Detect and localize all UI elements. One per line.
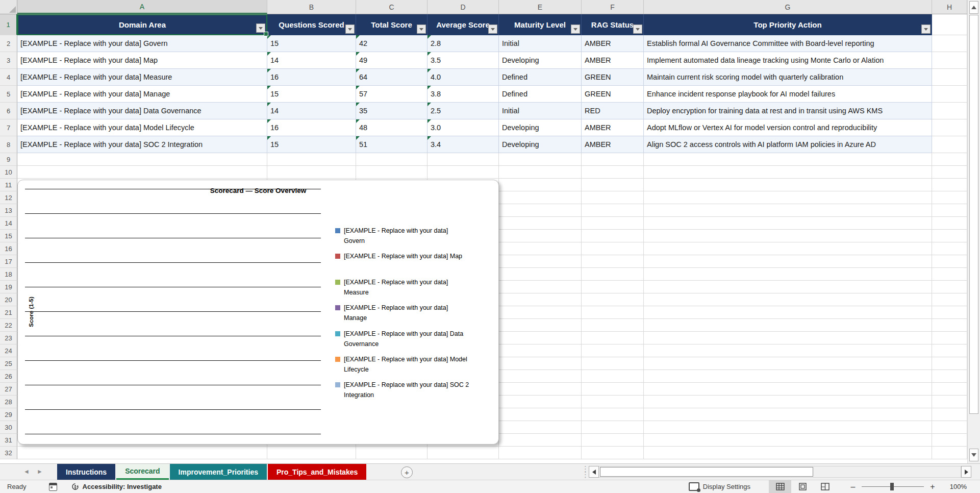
cell-C9[interactable] — [356, 153, 428, 166]
cell-F13[interactable] — [582, 204, 644, 217]
cell-C10[interactable] — [356, 166, 428, 179]
cell-H8[interactable] — [932, 136, 967, 153]
row-header-12[interactable]: 12 — [0, 191, 17, 204]
cell-F26[interactable] — [582, 370, 644, 383]
cell-D5[interactable]: 3.8 — [428, 86, 499, 103]
cell-E3[interactable]: Developing — [499, 52, 582, 69]
cell-D32[interactable] — [428, 447, 499, 459]
cell-D9[interactable] — [428, 153, 499, 166]
cell-H19[interactable] — [932, 281, 967, 293]
cell-F25[interactable] — [582, 357, 644, 370]
vertical-scrollbar[interactable] — [967, 0, 980, 463]
cell-H3[interactable] — [932, 52, 967, 69]
cell-D10[interactable] — [428, 166, 499, 179]
cell-B9[interactable] — [267, 153, 356, 166]
cell-H24[interactable] — [932, 344, 967, 357]
cell-F29[interactable] — [582, 408, 644, 421]
cell-F22[interactable] — [582, 319, 644, 332]
cell-B10[interactable] — [267, 166, 356, 179]
row-header-5[interactable]: 5 — [0, 86, 17, 103]
cell-G29[interactable] — [644, 408, 932, 421]
cell-E27[interactable] — [499, 383, 582, 396]
filter-button-D[interactable] — [488, 24, 497, 34]
legend-entry-2[interactable]: [EXAMPLE - Replace with your data] Map — [335, 251, 496, 277]
cell-C8[interactable]: 51 — [356, 136, 428, 153]
row-header-7[interactable]: 7 — [0, 119, 17, 136]
cell-H16[interactable] — [932, 242, 967, 255]
cell-A8[interactable]: [EXAMPLE - Replace with your data] SOC 2… — [17, 136, 267, 153]
cell-F10[interactable] — [582, 166, 644, 179]
cell-F5[interactable]: GREEN — [582, 86, 644, 103]
cell-F2[interactable]: AMBER — [582, 35, 644, 52]
legend-entry-4[interactable]: [EXAMPLE - Replace with your data]Manage — [335, 303, 496, 328]
row-header-17[interactable]: 17 — [0, 255, 17, 268]
row-header-13[interactable]: 13 — [0, 204, 17, 217]
cell-G26[interactable] — [644, 370, 932, 383]
cell-F30[interactable] — [582, 421, 644, 434]
cell-F11[interactable] — [582, 179, 644, 191]
cell-G30[interactable] — [644, 421, 932, 434]
cell-E5[interactable]: Defined — [499, 86, 582, 103]
header-cell-F1[interactable]: RAG Status — [582, 14, 644, 35]
cell-D4[interactable]: 4.0 — [428, 69, 499, 86]
zoom-slider[interactable] — [862, 486, 924, 487]
cell-C7[interactable]: 48 — [356, 119, 428, 136]
column-header-E[interactable]: E — [499, 0, 582, 14]
cell-H17[interactable] — [932, 255, 967, 268]
cell-E21[interactable] — [499, 306, 582, 319]
cell-G6[interactable]: Deploy encryption for training data at r… — [644, 103, 932, 119]
row-header-14[interactable]: 14 — [0, 217, 17, 230]
cell-H5[interactable] — [932, 86, 967, 103]
cell-G16[interactable] — [644, 242, 932, 255]
cell-H26[interactable] — [932, 370, 967, 383]
cell-G12[interactable] — [644, 191, 932, 204]
cell-B8[interactable]: 15 — [267, 136, 356, 153]
cell-H6[interactable] — [932, 103, 967, 119]
cell-A10[interactable] — [17, 166, 267, 179]
column-header-B[interactable]: B — [267, 0, 356, 14]
cell-C3[interactable]: 49 — [356, 52, 428, 69]
cell-A7[interactable]: [EXAMPLE - Replace with your data] Model… — [17, 119, 267, 136]
cell-H1[interactable] — [932, 14, 967, 35]
row-header-27[interactable]: 27 — [0, 383, 17, 396]
normal-view-button[interactable] — [769, 480, 791, 493]
cell-E16[interactable] — [499, 242, 582, 255]
cell-G14[interactable] — [644, 217, 932, 230]
cell-F18[interactable] — [582, 268, 644, 281]
cell-F8[interactable]: AMBER — [582, 136, 644, 153]
cell-B6[interactable]: 14 — [267, 103, 356, 119]
select-all-button[interactable] — [0, 0, 17, 14]
cell-G24[interactable] — [644, 344, 932, 357]
cell-H27[interactable] — [932, 383, 967, 396]
cell-A3[interactable]: [EXAMPLE - Replace with your data] Map — [17, 52, 267, 69]
cell-H4[interactable] — [932, 69, 967, 86]
legend-entry-7[interactable]: [EXAMPLE - Replace with your data] SOC 2… — [335, 380, 496, 405]
cell-G20[interactable] — [644, 293, 932, 306]
cell-H2[interactable] — [932, 35, 967, 52]
cell-E8[interactable]: Developing — [499, 136, 582, 153]
column-header-A[interactable]: A — [17, 0, 267, 14]
cell-F19[interactable] — [582, 281, 644, 293]
cell-F28[interactable] — [582, 396, 644, 408]
cell-E32[interactable] — [499, 447, 582, 459]
cell-G22[interactable] — [644, 319, 932, 332]
horizontal-scrollbar-track[interactable] — [599, 466, 961, 478]
column-header-H[interactable]: H — [932, 0, 967, 14]
header-cell-B1[interactable]: Questions Scored — [267, 14, 356, 35]
cell-H30[interactable] — [932, 421, 967, 434]
row-header-4[interactable]: 4 — [0, 69, 17, 86]
cell-C2[interactable]: 42 — [356, 35, 428, 52]
zoom-slider-thumb[interactable] — [890, 483, 894, 490]
filter-button-E[interactable] — [571, 24, 580, 34]
header-cell-E1[interactable]: Maturity Level — [499, 14, 582, 35]
row-header-8[interactable]: 8 — [0, 136, 17, 153]
cell-H22[interactable] — [932, 319, 967, 332]
cell-H10[interactable] — [932, 166, 967, 179]
cell-B7[interactable]: 16 — [267, 119, 356, 136]
cell-H25[interactable] — [932, 357, 967, 370]
add-sheet-button[interactable]: + — [401, 466, 413, 478]
tab-pro_tips_and_mistakes[interactable]: Pro_Tips_and_Mistakes — [268, 464, 366, 480]
cell-H28[interactable] — [932, 396, 967, 408]
cell-A2[interactable]: [EXAMPLE - Replace with your data] Gover… — [17, 35, 267, 52]
vertical-scrollbar-thumb[interactable] — [969, 15, 978, 414]
